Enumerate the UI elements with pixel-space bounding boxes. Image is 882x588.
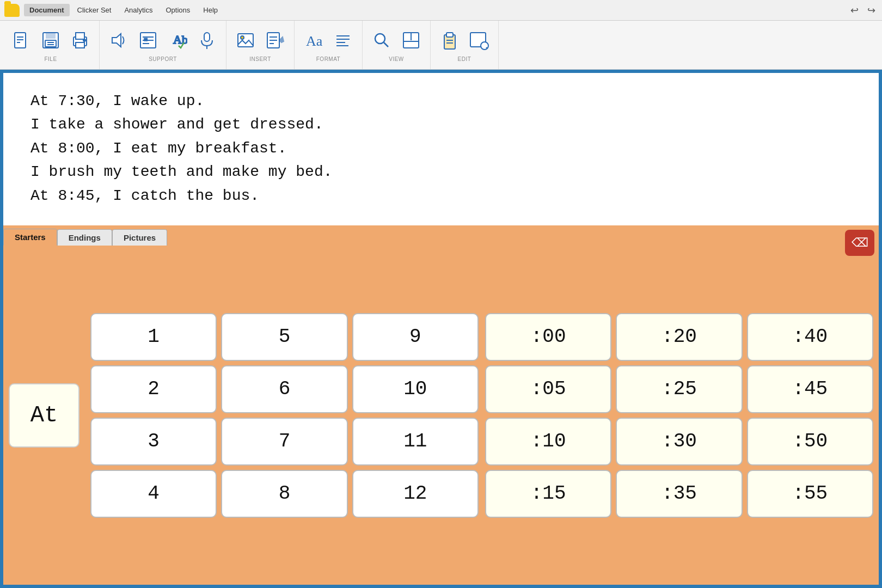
doc-line-4: I brush my teeth and make my bed. <box>30 160 852 183</box>
ribbon-group-support: ≡ Abc SUPPORT <box>100 21 226 69</box>
folder-icon <box>4 4 20 17</box>
clipboard-button[interactable] <box>436 28 463 53</box>
tab-pictures[interactable]: Pictures <box>112 229 167 246</box>
ribbon-group-insert: INSERT <box>226 21 295 69</box>
time-cell-25[interactable]: :25 <box>616 365 742 413</box>
svg-text:Abc: Abc <box>173 33 187 46</box>
main-container: At 7:30, I wake up. I take a shower and … <box>0 70 882 588</box>
svg-point-34 <box>375 34 385 44</box>
time-cell-15[interactable]: :15 <box>485 470 611 518</box>
tab-starters[interactable]: Starters <box>3 229 57 246</box>
file-buttons <box>8 28 94 53</box>
title-bar: Document Clicker Set Analytics Options H… <box>0 0 882 21</box>
paragraph-button[interactable] <box>329 28 357 53</box>
menu-help[interactable]: Help <box>198 4 223 16</box>
time-cell-00[interactable]: :00 <box>485 313 611 361</box>
view-buttons <box>368 28 425 53</box>
document-area[interactable]: At 7:30, I wake up. I take a shower and … <box>3 73 879 225</box>
redo-button[interactable]: ↪ <box>865 3 878 17</box>
document-text: At 7:30, I wake up. I take a shower and … <box>30 89 852 207</box>
num-cell-7[interactable]: 7 <box>221 418 347 465</box>
menu-document[interactable]: Document <box>24 4 70 16</box>
new-file-button[interactable] <box>8 28 35 53</box>
spellcheck-button[interactable]: Abc <box>164 28 191 53</box>
insert-text-button[interactable] <box>261 28 289 53</box>
zoom-button[interactable] <box>397 28 425 53</box>
search-button[interactable] <box>368 28 395 53</box>
edit-label: EDIT <box>458 56 471 62</box>
insert-buttons <box>232 28 289 53</box>
view-label: VIEW <box>389 56 404 62</box>
support-buttons: ≡ Abc <box>105 28 220 53</box>
time-cell-10[interactable]: :10 <box>485 418 611 465</box>
save-file-button[interactable] <box>37 28 64 53</box>
time-cell-40[interactable]: :40 <box>747 313 873 361</box>
mic-button[interactable] <box>193 28 220 53</box>
num-cell-3[interactable]: 3 <box>90 418 217 465</box>
volume-button[interactable] <box>105 28 132 53</box>
doc-line-1: At 7:30, I wake up. <box>30 89 852 113</box>
ribbon: FILE ≡ Abc <box>0 21 882 70</box>
insert-image-button[interactable] <box>232 28 259 53</box>
time-cell-05[interactable]: :05 <box>485 365 611 413</box>
font-button[interactable]: Aa <box>300 28 327 53</box>
num-cell-10[interactable]: 10 <box>352 365 479 413</box>
num-cell-1[interactable]: 1 <box>90 313 217 361</box>
tabs-bar: Starters Endings Pictures <box>3 229 879 246</box>
svg-text:≡: ≡ <box>144 36 148 42</box>
menu-clickerset[interactable]: Clicker Set <box>72 4 117 16</box>
delete-icon: ⌫ <box>852 236 868 250</box>
svg-rect-6 <box>45 40 56 47</box>
svg-rect-11 <box>76 42 84 48</box>
at-button[interactable]: At <box>9 383 79 448</box>
tab-endings[interactable]: Endings <box>57 229 112 246</box>
time-cell-30[interactable]: :30 <box>616 418 742 465</box>
menu-analytics[interactable]: Analytics <box>119 4 158 16</box>
grid-area: At 1 5 9 2 6 10 3 7 11 4 8 12 :00 :20 <box>3 246 879 585</box>
num-cell-9[interactable]: 9 <box>352 313 479 361</box>
svg-rect-40 <box>446 33 453 37</box>
insert-label: INSERT <box>249 56 271 62</box>
undo-button[interactable]: ↩ <box>848 3 861 17</box>
num-cell-11[interactable]: 11 <box>352 418 479 465</box>
time-cell-55[interactable]: :55 <box>747 470 873 518</box>
num-cell-5[interactable]: 5 <box>221 313 347 361</box>
svg-line-35 <box>384 42 388 47</box>
doc-line-3: At 8:00, I eat my breakfast. <box>30 137 852 160</box>
list-button[interactable]: ≡ <box>134 28 162 53</box>
doc-line-5: At 8:45, I catch the bus. <box>30 184 852 207</box>
time-cell-35[interactable]: :35 <box>616 470 742 518</box>
ribbon-group-file: FILE <box>2 21 100 69</box>
print-file-button[interactable] <box>66 28 94 53</box>
ribbon-group-edit: EDIT <box>431 21 499 69</box>
svg-rect-10 <box>76 33 84 39</box>
svg-marker-13 <box>112 34 121 47</box>
support-label: SUPPORT <box>149 56 177 62</box>
num-cell-8[interactable]: 8 <box>221 470 347 518</box>
svg-rect-20 <box>204 33 210 41</box>
svg-point-23 <box>241 36 244 39</box>
title-bar-controls: ↩ ↪ <box>848 3 878 17</box>
num-cell-12[interactable]: 12 <box>352 470 479 518</box>
num-cell-2[interactable]: 2 <box>90 365 217 413</box>
menu-bar: Document Clicker Set Analytics Options H… <box>24 4 223 16</box>
edit-buttons <box>436 28 493 53</box>
delete-button[interactable]: ⌫ <box>845 230 874 256</box>
time-cell-45[interactable]: :45 <box>747 365 873 413</box>
time-cell-20[interactable]: :20 <box>616 313 742 361</box>
doc-line-2: I take a shower and get dressed. <box>30 113 852 136</box>
format-buttons: Aa <box>300 28 357 53</box>
svg-text:Aa: Aa <box>306 33 323 49</box>
ribbon-group-format: Aa FORMAT <box>295 21 363 69</box>
menu-options[interactable]: Options <box>160 4 195 16</box>
number-grid: 1 5 9 2 6 10 3 7 11 4 8 12 <box>90 313 479 518</box>
num-cell-4[interactable]: 4 <box>90 470 217 518</box>
time-cell-50[interactable]: :50 <box>747 418 873 465</box>
svg-point-12 <box>83 39 85 41</box>
svg-rect-5 <box>46 33 55 38</box>
svg-rect-22 <box>238 34 253 47</box>
ribbon-group-view: VIEW <box>363 21 431 69</box>
num-cell-6[interactable]: 6 <box>221 365 347 413</box>
find-replace-button[interactable] <box>465 28 493 53</box>
clicker-panel: ⌫ Starters Endings Pictures At 1 5 9 2 6… <box>3 225 879 585</box>
